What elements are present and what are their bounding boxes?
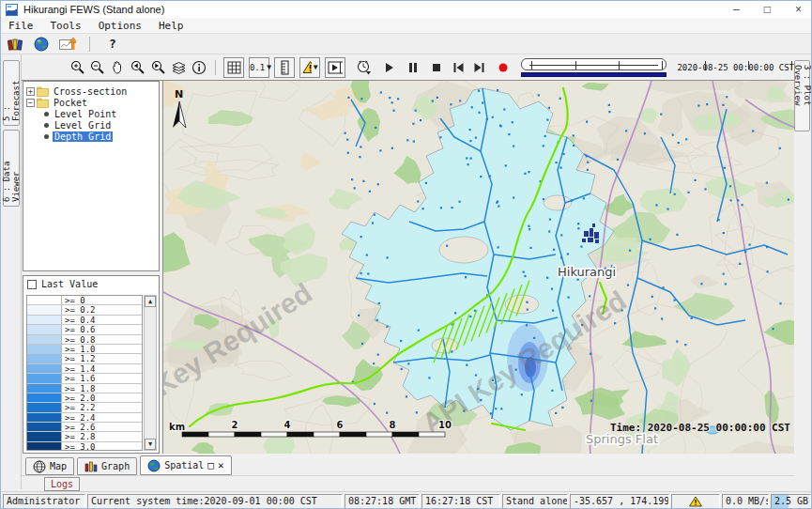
menu-help[interactable]: Help [155, 19, 192, 33]
legend-row: >= 0.6 [27, 325, 142, 334]
tree-item-pocket[interactable]: − Pocket [23, 97, 159, 108]
stop-button[interactable] [431, 61, 442, 74]
tab-label: Spatial [164, 460, 204, 470]
menu-tools[interactable]: Tools [47, 19, 89, 33]
scale-ruler-button[interactable] [274, 57, 295, 78]
warning-thresholds-dropdown[interactable]: ▼ [299, 57, 320, 78]
pan-hand-icon[interactable] [110, 59, 125, 76]
logs-row: Logs [22, 475, 794, 491]
import-data-icon[interactable] [59, 37, 76, 52]
menu-file[interactable]: File [5, 19, 41, 33]
legend-swatch [27, 325, 62, 333]
status-mode: Stand alone [502, 494, 568, 509]
tree-item-depth-grid[interactable]: Depth Grid [23, 131, 159, 142]
legend-swatch [27, 345, 62, 353]
record-button[interactable] [498, 61, 509, 74]
maximize-tab-icon[interactable]: □ [207, 461, 214, 470]
scroll-up-icon[interactable]: ▲ [145, 296, 156, 307]
tab-data-viewer[interactable]: 6 : Data Viewer [3, 130, 20, 207]
last-value-row: Last Value [23, 276, 159, 292]
animation-display-button[interactable] [325, 57, 345, 78]
status-bar: Administrator Current system time:2020-0… [1, 491, 812, 509]
legend-row: >= 1.6 [27, 374, 142, 383]
legend-label: >= 2.0 [62, 393, 142, 402]
legend-label: >= 0 [62, 296, 142, 304]
legend-label: >= 1.8 [62, 384, 142, 393]
timeline-track[interactable] [521, 58, 666, 70]
zoom-previous-icon[interactable] [130, 59, 146, 76]
legend-row: >= 0.8 [27, 335, 142, 345]
legend-label: >= 2.4 [62, 413, 142, 422]
legend-swatch [27, 393, 62, 402]
map-view[interactable]: API Key Required API Key Required API Ke… [162, 81, 794, 454]
zoom-out-icon[interactable] [90, 59, 105, 76]
explorer-icon[interactable] [7, 37, 23, 52]
grid-display-button[interactable] [223, 57, 244, 78]
collapse-toggle-icon[interactable]: − [26, 99, 35, 107]
status-local-time: 16:27:18 CST [421, 494, 500, 509]
last-value-label: Last Value [41, 279, 98, 289]
play-button[interactable] [384, 61, 395, 74]
logs-button[interactable]: Logs [44, 477, 80, 491]
legend-swatch [27, 442, 62, 451]
close-button[interactable]: × [795, 1, 802, 18]
tab-forecast[interactable]: 5 : Forecast [3, 60, 20, 126]
time-step-clock-icon[interactable] [356, 59, 372, 76]
tree-item-label: Depth Grid [53, 131, 113, 142]
maximize-button[interactable]: □ [764, 1, 771, 18]
legend-row: >= 1.8 [27, 384, 142, 393]
tab-map[interactable]: Map [25, 457, 74, 475]
status-warning-cell[interactable] [671, 494, 720, 509]
skip-to-start-button[interactable] [452, 61, 465, 74]
legend-scrollbar[interactable]: ▲ ▼ [144, 295, 157, 451]
minimize-button[interactable]: – [733, 1, 740, 18]
legend-label: >= 2.6 [62, 423, 142, 431]
timeline-slider[interactable] [521, 58, 666, 77]
info-icon[interactable] [192, 59, 207, 76]
tree-item-cross-section[interactable]: + Cross-section [23, 85, 159, 97]
expand-toggle-icon[interactable]: + [26, 87, 35, 96]
tab-label: Map [50, 461, 67, 471]
status-transfer-rate: 0.0 MB/s [722, 494, 769, 509]
menu-options[interactable]: Options [95, 19, 149, 33]
legend-row: >= 1.4 [27, 364, 142, 374]
legend-swatch [27, 305, 62, 314]
tree-item-label: Cross-section [52, 86, 129, 97]
window-title: Hikurangi FEWS (Stand alone) [23, 4, 164, 15]
tab-spatial[interactable]: Spatial □ ✕ [140, 455, 231, 475]
place-label-springs-flat: Springs Flat [586, 432, 658, 446]
tab-plot-overview[interactable]: 3 : Plot Overview [794, 60, 810, 131]
svg-text:N: N [175, 88, 183, 100]
zoom-next-icon[interactable] [150, 59, 166, 76]
legend-label: >= 0.4 [62, 316, 142, 324]
legend-row: >= 1.0 [27, 345, 142, 354]
svg-text:6: 6 [337, 420, 344, 430]
tree-item-level-point[interactable]: Level Point [23, 108, 159, 119]
menu-bar: File Tools Options Help [1, 18, 811, 34]
pause-button[interactable] [407, 61, 419, 74]
legend-row: >= 0.4 [27, 316, 142, 325]
legend-label: >= 0.6 [62, 325, 142, 333]
map-canvas[interactable]: API Key Required API Key Required API Ke… [163, 81, 794, 454]
legend-row: >= 3.0 [27, 442, 142, 451]
layer-node-icon [44, 112, 49, 116]
bottom-tab-bar: Map Graph Spatial □ ✕ [22, 455, 794, 475]
layer-node-icon [44, 134, 49, 139]
wire-globe-icon [33, 460, 46, 473]
scroll-down-icon[interactable]: ▼ [145, 439, 156, 450]
zoom-in-icon[interactable] [70, 59, 85, 76]
close-tab-icon[interactable]: ✕ [218, 461, 224, 470]
tab-graph[interactable]: Graph [77, 457, 137, 475]
legend-label: >= 1.2 [62, 354, 142, 362]
layers-icon[interactable] [171, 59, 187, 76]
skip-to-end-button[interactable] [473, 61, 485, 74]
help-button[interactable]: ? [103, 37, 122, 51]
last-value-checkbox[interactable] [27, 280, 37, 289]
right-dock-strip: 3 : Plot Overview [792, 54, 811, 454]
app-logo-icon [6, 4, 18, 16]
legend-swatch [27, 374, 62, 382]
svg-text:km: km [169, 422, 185, 432]
tree-item-level-grid[interactable]: Level Grid [23, 119, 159, 131]
globe-map-icon[interactable] [33, 37, 50, 52]
threshold-dropdown[interactable]: 0.1▼ [249, 57, 269, 78]
